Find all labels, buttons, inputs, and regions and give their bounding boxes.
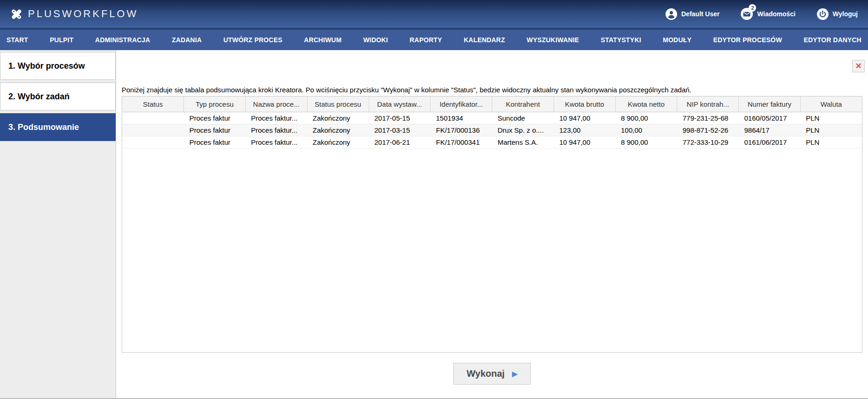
execute-button[interactable]: Wykonaj ▶ (453, 363, 531, 385)
nav-item-edytor-danych[interactable]: EDYTOR DANYCH (803, 36, 861, 44)
power-icon (817, 8, 829, 20)
main-nav: STARTPULPITADMINISTRACJAZADANIAUTWÓRZ PR… (0, 28, 868, 50)
table-cell: Proces faktur... (246, 136, 307, 148)
nav-item-start[interactable]: START (7, 36, 28, 44)
table-cell: 1501934 (431, 112, 492, 124)
table-cell: PLN (800, 136, 862, 148)
table-cell: PLN (800, 124, 862, 136)
table-cell: 2017-05-15 (369, 112, 431, 124)
top-header: PLUSWORKFLOW Default User 2 (0, 0, 868, 28)
nav-item-utworz-proces[interactable]: UTWÓRZ PROCES (223, 36, 282, 44)
table-cell: Zakończony (307, 124, 369, 136)
table-cell: 0161/06/2017 (739, 136, 801, 148)
table-cell (122, 136, 184, 148)
table-cell: Suncode (492, 112, 554, 124)
column-header-kwota-brutto: Kwota brutto (554, 97, 615, 112)
close-icon[interactable]: ✕ (852, 60, 865, 72)
table-cell: Proces faktur... (246, 124, 307, 136)
nav-item-edytor-procesow[interactable]: EDYTOR PROCESÓW (713, 36, 782, 44)
table-cell: Martens S.A. (492, 136, 554, 148)
table-cell: Proces faktur (184, 136, 246, 148)
sidebar-step-3-podsumowanie[interactable]: 3. Podsumowanie (0, 113, 116, 141)
column-header-typ-procesu: Typ procesu (184, 97, 246, 112)
table-row: Proces fakturProces faktur...Zakończony2… (122, 136, 862, 148)
table-cell: 100,00 (615, 124, 677, 136)
summary-table-container: StatusTyp procesuNazwa proce...Status pr… (122, 96, 862, 353)
table-cell: Zakończony (307, 112, 369, 124)
column-header-status-procesu: Status procesu (307, 97, 369, 112)
messages-button[interactable]: 2 Wiadomości (741, 8, 795, 20)
table-cell: Drux Sp. z o.... (492, 124, 554, 136)
execute-button-label: Wykonaj (467, 368, 505, 379)
logout-button[interactable]: Wyloguj (817, 8, 858, 20)
user-icon (666, 8, 677, 20)
table-cell: PLN (800, 112, 862, 124)
table-cell: Zakończony (307, 136, 369, 148)
header-actions: Default User 2 Wiadomości Wy (666, 8, 858, 20)
logo-text: PLUSWORKFLOW (28, 8, 138, 20)
logout-label: Wyloguj (833, 10, 858, 18)
column-header-kwota-netto: Kwota netto (615, 97, 677, 112)
column-header-waluta: Waluta (800, 97, 862, 112)
table-body: Proces fakturProces faktur...Zakończony2… (122, 112, 862, 148)
nav-item-widoki[interactable]: WIDOKI (363, 36, 388, 44)
column-header-kontrahent: Kontrahent (492, 97, 554, 112)
table-cell: 2017-06-21 (369, 136, 431, 148)
column-header-identyfikator: Identyfikator... (431, 97, 492, 112)
table-row: Proces fakturProces faktur...Zakończony2… (122, 124, 862, 136)
user-menu[interactable]: Default User (666, 8, 719, 20)
table-cell: 998-871-52-26 (677, 124, 739, 136)
sidebar-step-2-wybor-zadan[interactable]: 2. Wybór zadań (0, 83, 116, 110)
user-label: Default User (681, 10, 719, 18)
column-header-data-wystaw: Data wystaw... (369, 97, 431, 112)
table-cell: 772-333-10-29 (677, 136, 739, 148)
table-cell: Proces faktur (184, 112, 246, 124)
app-logo[interactable]: PLUSWORKFLOW (10, 8, 138, 20)
table-cell: Proces faktur... (246, 112, 307, 124)
summary-table: StatusTyp procesuNazwa proce...Status pr… (122, 97, 862, 148)
messages-badge: 2 (749, 4, 756, 12)
table-header-row: StatusTyp procesuNazwa proce...Status pr… (122, 97, 862, 112)
logo-icon (10, 8, 23, 20)
table-cell: 8 900,00 (615, 136, 677, 148)
envelope-icon: 2 (741, 8, 753, 20)
column-header-nazwa-proce: Nazwa proce... (246, 97, 307, 112)
nav-item-wyszukiwanie[interactable]: WYSZUKIWANIE (527, 36, 579, 44)
column-header-status: Status (122, 97, 184, 112)
sidebar-step-1-wybor-procesow[interactable]: 1. Wybór procesów (0, 52, 116, 80)
table-cell: 0160/05/2017 (739, 112, 801, 124)
wizard-steps-sidebar: 1. Wybór procesów2. Wybór zadań3. Podsum… (0, 50, 116, 398)
table-cell: 10 947,00 (554, 112, 615, 124)
nav-item-archiwum[interactable]: ARCHIWUM (304, 36, 342, 44)
table-cell: 123,00 (554, 124, 615, 136)
nav-item-administracja[interactable]: ADMINISTRACJA (95, 36, 150, 44)
main-content: ✕ Poniżej znajduje się tabala podsumowuj… (116, 50, 868, 398)
table-cell: 10 947,00 (554, 136, 615, 148)
nav-item-moduly[interactable]: MODUŁY (663, 36, 692, 44)
nav-item-zadania[interactable]: ZADANIA (172, 36, 202, 44)
table-cell (122, 112, 184, 124)
table-cell: FK/17/000341 (431, 136, 492, 148)
table-cell: FK/17/000136 (431, 124, 492, 136)
button-row: Wykonaj ▶ (122, 363, 862, 385)
table-cell (122, 124, 184, 136)
nav-item-statystyki[interactable]: STATYSTYKI (601, 36, 641, 44)
table-cell: Proces faktur (184, 124, 246, 136)
nav-item-raporty[interactable]: RAPORTY (410, 36, 442, 44)
wizard-description: Poniżej znajduje się tabala podsumowując… (122, 86, 862, 94)
table-cell: 779-231-25-68 (677, 112, 739, 124)
nav-item-pulpit[interactable]: PULPIT (50, 36, 73, 44)
nav-item-kalendarz[interactable]: KALENDARZ (464, 36, 505, 44)
page-body: 1. Wybór procesów2. Wybór zadań3. Podsum… (0, 50, 868, 399)
column-header-nip-kontrah: NIP kontrah... (677, 97, 739, 112)
play-icon: ▶ (512, 370, 518, 377)
table-row: Proces fakturProces faktur...Zakończony2… (122, 112, 862, 124)
table-cell: 9864/17 (739, 124, 801, 136)
column-header-numer-faktury: Numer faktury (739, 97, 801, 112)
table-cell: 8 900,00 (615, 112, 677, 124)
table-cell: 2017-03-15 (369, 124, 431, 136)
messages-label: Wiadomości (757, 10, 795, 18)
